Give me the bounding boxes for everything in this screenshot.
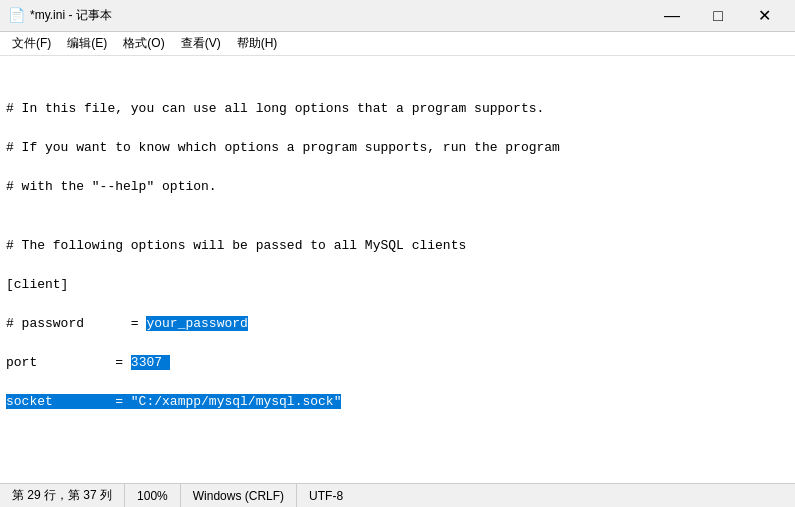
app-icon: 📄 bbox=[8, 8, 24, 24]
title-bar: 📄 *my.ini - 记事本 — □ ✕ bbox=[0, 0, 795, 32]
line-7: [client] bbox=[6, 275, 789, 295]
window-title: *my.ini - 记事本 bbox=[30, 7, 649, 24]
window-controls: — □ ✕ bbox=[649, 0, 787, 32]
line-9: port = 3307 bbox=[6, 353, 789, 373]
editor-container: # In this file, you can use all long opt… bbox=[0, 56, 795, 483]
maximize-button[interactable]: □ bbox=[695, 0, 741, 32]
line-4: # with the "--help" option. bbox=[6, 177, 789, 197]
status-bar: 第 29 行，第 37 列 100% Windows (CRLF) UTF-8 bbox=[0, 483, 795, 507]
status-line-ending: Windows (CRLF) bbox=[181, 484, 297, 507]
menu-file[interactable]: 文件(F) bbox=[4, 33, 59, 54]
line-2: # In this file, you can use all long opt… bbox=[6, 99, 789, 119]
menu-view[interactable]: 查看(V) bbox=[173, 33, 229, 54]
line-3: # If you want to know which options a pr… bbox=[6, 138, 789, 158]
menu-edit[interactable]: 编辑(E) bbox=[59, 33, 115, 54]
editor-content[interactable]: # In this file, you can use all long opt… bbox=[0, 56, 795, 483]
line-10: socket = "C:/xampp/mysql/mysql.sock" bbox=[6, 392, 789, 412]
line-8: # password = your_password bbox=[6, 314, 789, 334]
menu-help[interactable]: 帮助(H) bbox=[229, 33, 286, 54]
close-button[interactable]: ✕ bbox=[741, 0, 787, 32]
minimize-button[interactable]: — bbox=[649, 0, 695, 32]
status-encoding: UTF-8 bbox=[297, 484, 355, 507]
menu-format[interactable]: 格式(O) bbox=[115, 33, 172, 54]
menu-bar: 文件(F) 编辑(E) 格式(O) 查看(V) 帮助(H) bbox=[0, 32, 795, 56]
status-position: 第 29 行，第 37 列 bbox=[8, 484, 125, 507]
line-6: # The following options will be passed t… bbox=[6, 236, 789, 256]
status-zoom: 100% bbox=[125, 484, 181, 507]
